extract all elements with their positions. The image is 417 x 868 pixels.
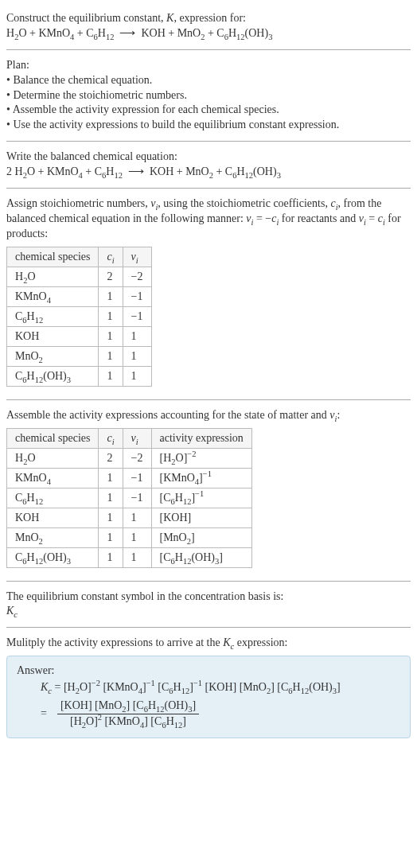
plan-item: • Balance the chemical equation.	[6, 73, 411, 88]
table-row: C6H12(OH)311[C6H12(OH)3]	[7, 547, 252, 567]
cell-expr: [KOH]	[151, 508, 251, 527]
cell-c: 1	[99, 508, 123, 527]
table-row: KOH11[KOH]	[7, 508, 252, 527]
table-row: MnO211	[7, 346, 152, 366]
table-row: C6H121−1[C6H12]−1	[7, 488, 252, 508]
cell-v: −1	[123, 468, 151, 488]
symbol-section: The equilibrium constant symbol in the c…	[6, 585, 411, 625]
cell-c: 1	[99, 468, 123, 488]
cell-species: C6H12(OH)3	[7, 366, 99, 386]
divider	[6, 141, 411, 142]
prompt-line1: Construct the equilibrium constant, K, e…	[6, 11, 411, 26]
col-ci: ci	[99, 428, 123, 448]
col-ci: ci	[99, 247, 123, 267]
divider	[6, 188, 411, 189]
multiply-line: Mulitply the activity expressions to arr…	[6, 636, 411, 651]
table-row: H2O2−2	[7, 267, 152, 286]
balanced-section: Write the balanced chemical equation: 2 …	[6, 145, 411, 185]
col-vi: νi	[123, 247, 151, 267]
cell-species: KMnO4	[7, 286, 99, 306]
cell-v: −2	[123, 448, 151, 468]
divider	[6, 399, 411, 400]
cell-species: H2O	[7, 448, 99, 468]
stoich-intro: Assign stoichiometric numbers, νi, using…	[6, 197, 411, 242]
stoich-table: chemical species ci νi H2O2−2 KMnO41−1 C…	[6, 247, 152, 387]
answer-line1: Kc = [H2O]−2 [KMnO4]−1 [C6H12]−1 [KOH] […	[17, 680, 400, 695]
cell-species: C6H12	[7, 488, 99, 508]
balanced-heading: Write the balanced chemical equation:	[6, 150, 411, 165]
cell-v: 1	[123, 508, 151, 527]
plan-heading: Plan:	[6, 58, 411, 73]
table-row: MnO211[MnO2]	[7, 527, 252, 547]
activity-table: chemical species ci νi activity expressi…	[6, 428, 252, 568]
cell-c: 1	[99, 346, 123, 366]
answer-denominator: [H2O]2 [KMnO4] [C6H12]	[57, 714, 199, 730]
cell-c: 1	[99, 547, 123, 567]
cell-v: 1	[123, 547, 151, 567]
table-row: H2O2−2[H2O]−2	[7, 448, 252, 468]
cell-c: 2	[99, 267, 123, 286]
cell-v: 1	[123, 366, 151, 386]
table-row: C6H121−1	[7, 306, 152, 326]
divider	[6, 49, 411, 50]
table-header-row: chemical species ci νi activity expressi…	[7, 428, 252, 448]
plan-item: • Assemble the activity expression for e…	[6, 103, 411, 118]
cell-expr: [MnO2]	[151, 527, 251, 547]
cell-v: −2	[123, 267, 151, 286]
cell-expr: [C6H12(OH)3]	[151, 547, 251, 567]
cell-v: 1	[123, 346, 151, 366]
table-row: C6H12(OH)311	[7, 366, 152, 386]
cell-c: 1	[99, 286, 123, 306]
cell-v: 1	[123, 527, 151, 547]
cell-c: 1	[99, 488, 123, 508]
cell-c: 1	[99, 527, 123, 547]
divider	[6, 627, 411, 628]
answer-label: Answer:	[17, 664, 400, 677]
cell-species: C6H12	[7, 306, 99, 326]
cell-v: −1	[123, 286, 151, 306]
stoich-section: Assign stoichiometric numbers, νi, using…	[6, 192, 411, 396]
table-row: KMnO41−1[KMnO4]−1	[7, 468, 252, 488]
answer-numerator: [KOH] [MnO2] [C6H12(OH)3]	[57, 699, 199, 714]
table-row: KMnO41−1	[7, 286, 152, 306]
cell-c: 1	[99, 326, 123, 346]
divider	[6, 581, 411, 582]
plan-item: • Determine the stoichiometric numbers.	[6, 88, 411, 103]
cell-species: KOH	[7, 326, 99, 346]
cell-species: H2O	[7, 267, 99, 286]
answer-box: Answer: Kc = [H2O]−2 [KMnO4]−1 [C6H12]−1…	[6, 656, 411, 738]
prompt-equation: H2O + KMnO4 + C6H12 ⟶ KOH + MnO2 + C6H12…	[6, 26, 411, 41]
activity-section: Assemble the activity expressions accoun…	[6, 403, 411, 578]
col-species: chemical species	[7, 247, 99, 267]
cell-species: KMnO4	[7, 468, 99, 488]
cell-expr: [H2O]−2	[151, 448, 251, 468]
col-activity: activity expression	[151, 428, 251, 448]
cell-species: C6H12(OH)3	[7, 547, 99, 567]
cell-c: 2	[99, 448, 123, 468]
plan-item: • Use the activity expressions to build …	[6, 118, 411, 133]
col-vi: νi	[123, 428, 151, 448]
symbol-line2: Kc	[6, 604, 411, 619]
symbol-line1: The equilibrium constant symbol in the c…	[6, 590, 411, 605]
table-row: KOH11	[7, 326, 152, 346]
multiply-section: Mulitply the activity expressions to arr…	[6, 631, 411, 743]
cell-species: KOH	[7, 508, 99, 527]
col-species: chemical species	[7, 428, 99, 448]
table-header-row: chemical species ci νi	[7, 247, 152, 267]
activity-intro: Assemble the activity expressions accoun…	[6, 408, 411, 423]
cell-c: 1	[99, 306, 123, 326]
cell-v: −1	[123, 306, 151, 326]
plan-section: Plan: • Balance the chemical equation. •…	[6, 53, 411, 138]
cell-species: MnO2	[7, 527, 99, 547]
cell-species: MnO2	[7, 346, 99, 366]
cell-v: −1	[123, 488, 151, 508]
cell-c: 1	[99, 366, 123, 386]
cell-v: 1	[123, 326, 151, 346]
answer-fraction: = [KOH] [MnO2] [C6H12(OH)3] [H2O]2 [KMnO…	[17, 699, 400, 730]
cell-expr: [C6H12]−1	[151, 488, 251, 508]
prompt-section: Construct the equilibrium constant, K, e…	[6, 6, 411, 46]
cell-expr: [KMnO4]−1	[151, 468, 251, 488]
balanced-equation: 2 H2O + KMnO4 + C6H12 ⟶ KOH + MnO2 + C6H…	[6, 165, 411, 180]
